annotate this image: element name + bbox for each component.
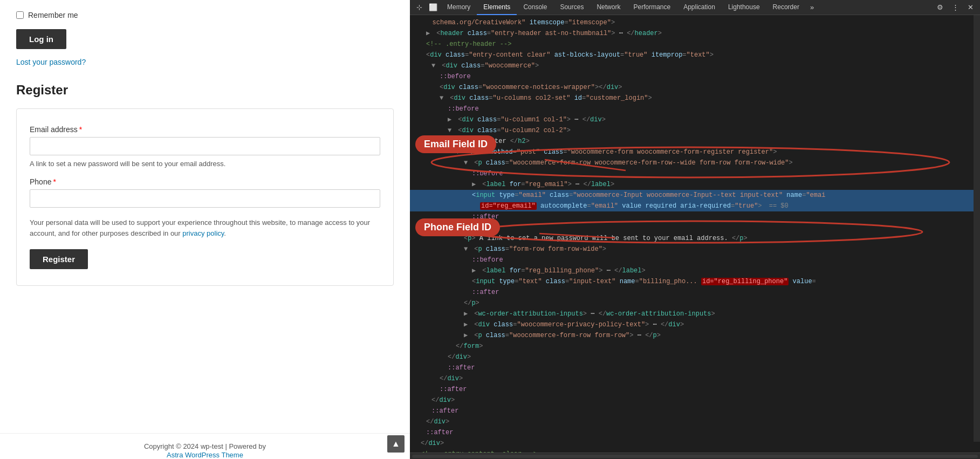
phone-input[interactable] (30, 189, 380, 208)
html-line: ▼ <p class="woocommerce-form-row woocomm… (410, 157, 980, 168)
register-form-card: Email address* A link to set a new passw… (16, 108, 394, 286)
html-line: <!-- .entry-content .clear --> (410, 449, 980, 453)
phone-form-group: Phone* (30, 177, 380, 208)
tab-network[interactable]: Network (590, 0, 627, 15)
html-line: </div> (410, 416, 980, 427)
email-input-line-2: id="reg_email" autocomplete="email" valu… (410, 201, 980, 211)
html-line: ::before (410, 255, 980, 265)
html-line: ▼ <p class="form-row form-row-wide"> (410, 244, 980, 255)
html-line: ::after (410, 427, 980, 438)
login-button[interactable]: Log in (16, 29, 66, 49)
devtools-panel: ⊹ ⬜ Memory Elements Console Sources Netw… (410, 0, 980, 459)
html-line: ::after (410, 287, 980, 298)
scroll-top-button[interactable]: ▲ (387, 435, 405, 453)
devtools-more-icon[interactable]: ⋮ (949, 2, 962, 12)
html-line: ::after (410, 406, 980, 416)
register-button[interactable]: Register (30, 249, 88, 269)
email-hint: A link to set a new password will be sen… (30, 160, 380, 168)
html-line: ▶ <div class="woocommerce-privacy-policy… (410, 319, 980, 330)
html-line: <h2> Register </h2> (410, 136, 980, 147)
tab-memory[interactable]: Memory (441, 0, 477, 15)
devtools-right-icons: ⚙ ⋮ ✕ (934, 2, 977, 12)
html-line: schema.org/CreativeWork" itemscope="item… (410, 17, 980, 28)
html-line: ::before (410, 104, 980, 114)
html-line: ▶ <p class="woocommerce-form-row form-ro… (410, 330, 980, 341)
devtools-content: schema.org/CreativeWork" itemscope="item… (410, 15, 980, 453)
email-form-group: Email address* A link to set a new passw… (30, 125, 380, 168)
tab-more[interactable]: » (806, 0, 818, 15)
tab-console[interactable]: Console (517, 0, 553, 15)
tab-sources[interactable]: Sources (553, 0, 590, 15)
html-line: </div> (410, 352, 980, 362)
remember-me-checkbox[interactable] (16, 11, 24, 19)
scrollbar-track[interactable] (412, 455, 978, 458)
html-line: ▶ <header class="entry-header ast-no-thu… (410, 28, 980, 39)
html-line: ▶ <wc-order-attribution-inputs> ⋯ </wc-o… (410, 309, 980, 319)
html-line: ::after (410, 211, 980, 222)
tab-elements[interactable]: Elements (477, 0, 517, 15)
register-title: Register (16, 83, 394, 98)
tab-recorder[interactable]: Recorder (766, 0, 806, 15)
devtools-tabs: Memory Elements Console Sources Network … (441, 0, 934, 15)
horizontal-scrollbar[interactable] (410, 453, 980, 459)
devtools-toolbar: ⊹ ⬜ Memory Elements Console Sources Netw… (410, 0, 980, 15)
html-line: </p> (410, 298, 980, 309)
tab-lighthouse[interactable]: Lighthouse (722, 0, 766, 15)
devtools-settings-icon[interactable]: ⚙ (934, 2, 947, 12)
html-line: ::before (410, 71, 980, 82)
html-line: </div> (410, 395, 980, 406)
html-line: ▼ <form method="post" class="woocommerce… (410, 147, 980, 157)
phone-input-line: <input type="text" class="input-text" na… (410, 276, 980, 287)
html-line: ::after (410, 384, 980, 395)
html-line: <div class="entry-content clear" ast-blo… (410, 50, 980, 60)
tab-application[interactable]: Application (677, 0, 722, 15)
elements-panel[interactable]: schema.org/CreativeWork" itemscope="item… (410, 15, 980, 453)
footer: Copyright © 2024 wp-test | Powered by As… (0, 433, 410, 459)
phone-id-value: id="reg_billing_phone" (701, 278, 789, 285)
html-line: <!-- .entry-header --> (410, 39, 980, 50)
html-line: <div class="woocommerce-notices-wrapper"… (410, 82, 980, 93)
email-id-value: id="reg_email" (480, 202, 537, 210)
footer-theme-link[interactable]: Astra WordPress Theme (0, 451, 410, 459)
html-line: <p> A link to set a new password will be… (410, 233, 980, 244)
privacy-policy-link[interactable]: privacy policy (182, 229, 224, 237)
left-panel: Remember me Log in Lost your password? R… (0, 0, 410, 459)
html-line: ::after (410, 362, 980, 373)
email-label: Email address* (30, 125, 380, 134)
html-line: ▼ <div class="woocommerce"> (410, 60, 980, 71)
html-line: ▼ <div class="u-columns col2-set" id="cu… (410, 93, 980, 104)
html-line: ▶ <div class="u-column1 col-1"> ⋯ </div> (410, 114, 980, 125)
devtools-close-icon[interactable]: ✕ (964, 2, 977, 12)
html-line: ▶ <label for="reg_email"> ⋯ </label> (410, 179, 980, 190)
html-line: ::before (410, 168, 980, 179)
html-line: ▶ <label for="reg_billing_phone"> ⋯ </la… (410, 265, 980, 276)
html-line: </form> (410, 341, 980, 352)
html-line: </p> (410, 222, 980, 233)
lost-password-link[interactable]: Lost your password? (16, 58, 394, 66)
html-line: </div> (410, 373, 980, 384)
privacy-text: Your personal data will be used to suppo… (30, 217, 380, 238)
phone-label: Phone* (30, 177, 380, 186)
html-line: </div> (410, 438, 980, 449)
devtools-cursor-icon[interactable]: ⊹ (413, 2, 426, 12)
tab-performance[interactable]: Performance (627, 0, 677, 15)
vertical-scrollbar[interactable] (974, 15, 980, 442)
remember-me-label: Remember me (28, 11, 78, 19)
html-line: ▼ <div class="u-column2 col-2"> (410, 125, 980, 136)
email-input-line: <input type="email" class="woocommerce-I… (410, 190, 980, 201)
devtools-device-icon[interactable]: ⬜ (426, 2, 441, 12)
email-input[interactable] (30, 137, 380, 155)
